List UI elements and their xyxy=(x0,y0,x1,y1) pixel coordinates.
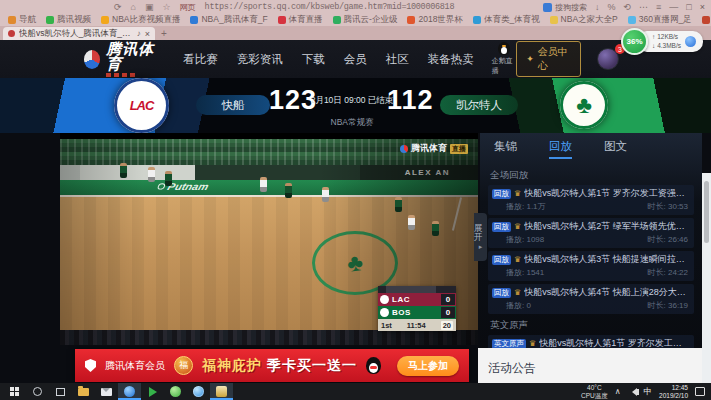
video-list-item[interactable]: 回放♛快船vs凯尔特人第1节 罗齐尔发工资强势扣篮播放: 1.1万时长: 30:… xyxy=(488,185,694,215)
scrollbar-thumb[interactable] xyxy=(704,181,709,243)
action-center-icon[interactable] xyxy=(695,387,705,396)
tab-close-icon[interactable]: × xyxy=(145,29,150,39)
volume-icon[interactable] xyxy=(628,388,637,396)
penguin-live-link[interactable]: 企鹅直播 xyxy=(492,42,516,76)
bookmark-star-icon[interactable]: ☆ xyxy=(163,2,171,12)
bookmark-item[interactable]: 体育类_体育视 xyxy=(473,14,540,26)
panel-tab[interactable]: 回放 xyxy=(549,139,572,159)
maximize-button[interactable]: □ xyxy=(686,2,691,12)
video-list-item[interactable]: 英文原声♛快船vs凯尔特人第1节 罗齐尔发工资强…播放: 3487时长: 30:… xyxy=(488,335,694,348)
nav-item[interactable]: 下载 xyxy=(302,52,325,67)
tab-audio-icon[interactable]: ♪ xyxy=(137,29,141,38)
history-icon[interactable]: ⟲ xyxy=(623,3,631,12)
shield-icon xyxy=(85,359,96,372)
item-type-badge: 回放 xyxy=(492,222,511,232)
window-tool-icon[interactable]: ▣ xyxy=(145,3,154,12)
refresh-icon[interactable]: ⟳ xyxy=(114,3,122,12)
nav-item[interactable]: 装备热卖 xyxy=(428,52,474,67)
panel-tab[interactable]: 集锦 xyxy=(494,139,517,159)
bookmark-item[interactable]: 体育直播 xyxy=(278,14,323,26)
promo-banner[interactable]: 腾讯体育会员 福 福神庇护 季卡买一送一 马上参加 xyxy=(75,349,469,382)
expand-panel-button[interactable]: 展开 ▸ xyxy=(474,213,487,261)
gold-app-icon[interactable] xyxy=(210,383,233,400)
bookmark-label: 2018世界杯 xyxy=(418,14,462,26)
match-league: NBA常规赛 xyxy=(306,117,398,129)
item-meta-row: 播放: 1.1万时长: 30:53 xyxy=(492,200,690,212)
item-type-badge: 英文原声 xyxy=(492,339,526,349)
bookmark-item[interactable]: 360直播网_足 xyxy=(628,14,692,26)
minimize-button[interactable]: — xyxy=(669,2,678,12)
menu-icon[interactable]: ≡ xyxy=(656,3,661,12)
toolbar-right: 搜狗搜索 ↓ % ⟲ ⋯ ≡ — □ × xyxy=(543,2,705,13)
globe-browser-icon[interactable] xyxy=(187,383,210,400)
video-list-item[interactable]: 回放♛快船vs凯尔特人第4节 快船上演28分大逆转播放: 0时长: 36:19 xyxy=(488,284,694,314)
search-chip[interactable]: 搜狗搜索 xyxy=(543,2,587,13)
nav-item[interactable]: 竞彩资讯 xyxy=(237,52,283,67)
address-url[interactable]: https://sports.qq.com/kbsweb/game.htm?mi… xyxy=(205,2,455,12)
item-plays: 播放: 1.1万 xyxy=(506,201,546,212)
tray-expand-icon[interactable]: ∧ xyxy=(615,387,621,396)
file-explorer-icon[interactable] xyxy=(72,383,95,400)
scorebug-away-row: BOS 0 xyxy=(378,306,456,319)
panel-tab[interactable]: 图文 xyxy=(604,139,627,159)
mail-app-icon[interactable] xyxy=(95,383,118,400)
tencent-sports-logo[interactable]: 腾讯体育 xyxy=(84,41,161,77)
video-player[interactable]: ALEX AN Putnam ♣ 腾讯体育 直播 xyxy=(60,133,478,345)
cpu-temp-widget[interactable]: 40°C CPU温度 xyxy=(581,384,608,399)
ime-indicator[interactable]: 中 xyxy=(644,386,653,398)
bookmark-item[interactable]: 腾讯视频 xyxy=(46,14,91,26)
item-type-badge: 回放 xyxy=(492,288,511,298)
qq-penguin-icon xyxy=(366,357,381,374)
task-view-button[interactable] xyxy=(49,383,72,400)
speed-percent-badge[interactable]: 36% xyxy=(621,28,648,55)
scorebug-sponsor-strip xyxy=(378,286,456,293)
join-now-button[interactable]: 马上参加 xyxy=(397,356,459,376)
new-tab-button[interactable]: + xyxy=(161,28,167,40)
nav-item[interactable]: 社区 xyxy=(386,52,409,67)
user-avatar[interactable]: 3 xyxy=(597,48,619,70)
bookmark-item[interactable]: NBA_腾讯体育_F xyxy=(190,14,267,26)
speed-mode-icon[interactable]: % xyxy=(607,3,615,12)
browser-tab[interactable]: 快船vs凯尔特人_腾讯体育_腾讯网 ♪ × xyxy=(3,27,155,40)
item-title-row: 回放♛快船vs凯尔特人第3节 快船提速瞬间拉开比分 xyxy=(492,253,690,266)
scorebug-clock-row: 1st 11:54 20 xyxy=(378,319,456,331)
bookmark-item[interactable]: FirstRow Watch xyxy=(702,15,711,25)
bookmark-item[interactable]: NBA比赛视频直播 xyxy=(101,14,180,26)
page-scrollbar[interactable] xyxy=(702,173,711,400)
trophy-icon: ♛ xyxy=(514,222,521,231)
nav-item[interactable]: 会员 xyxy=(344,52,367,67)
player-figure xyxy=(432,221,439,236)
download-icon[interactable]: ↓ xyxy=(595,3,600,12)
media-player-icon[interactable] xyxy=(141,383,164,400)
bookmark-favicon-icon xyxy=(8,16,16,24)
away-team-pill[interactable]: 凯尔特人 xyxy=(440,95,518,115)
video-list-item[interactable]: 回放♛快船vs凯尔特人第2节 绿军半场领先优势扩大播放: 1098时长: 26:… xyxy=(488,218,694,248)
home-icon[interactable]: ⌂ xyxy=(131,3,136,12)
video-list-item[interactable]: 回放♛快船vs凯尔特人第3节 快船提速瞬间拉开比分播放: 1541时长: 24:… xyxy=(488,251,694,281)
network-speed-overlay[interactable]: 36% ↑ 12KB/s ↓ 4.3MB/s xyxy=(621,28,703,55)
bookmark-item[interactable]: 导航 xyxy=(8,14,36,26)
window-close-button[interactable]: × xyxy=(700,2,705,12)
home-team-pill[interactable]: 快船 xyxy=(196,95,270,115)
cortana-button[interactable] xyxy=(26,383,49,400)
item-meta-row: 播放: 1098时长: 26:46 xyxy=(492,233,690,245)
logo-slogan-marks xyxy=(106,73,161,77)
bookmark-item[interactable]: 腾讯云-企业级 xyxy=(333,14,398,26)
green-app-icon[interactable] xyxy=(164,383,187,400)
item-title-row: 英文原声♛快船vs凯尔特人第1节 罗齐尔发工资强… xyxy=(492,337,690,348)
bookmark-label: NBA之家大全P xyxy=(561,14,618,26)
browser-app-icon[interactable] xyxy=(118,383,141,400)
celtics-logo: ♣ xyxy=(560,81,608,129)
bookmark-item[interactable]: NBA之家大全P xyxy=(550,14,618,26)
player-figure xyxy=(408,215,415,230)
clock-widget[interactable]: 12:45 2019/2/10 xyxy=(659,384,688,400)
nav-item[interactable]: 看比赛 xyxy=(183,52,218,67)
start-button[interactable] xyxy=(3,383,26,400)
broadcast-scorebug: LAC 0 BOS 0 1st 11:54 20 xyxy=(378,286,456,331)
member-center-button[interactable]: ✦ 会员中心 xyxy=(516,41,581,77)
bookmark-label: NBA比赛视频直播 xyxy=(112,14,180,26)
more-icon[interactable]: ⋯ xyxy=(639,3,648,12)
bookmark-item[interactable]: 2018世界杯 xyxy=(407,14,462,26)
speed-app-icon xyxy=(685,36,696,47)
fortune-mascot-icon: 福 xyxy=(174,356,193,375)
